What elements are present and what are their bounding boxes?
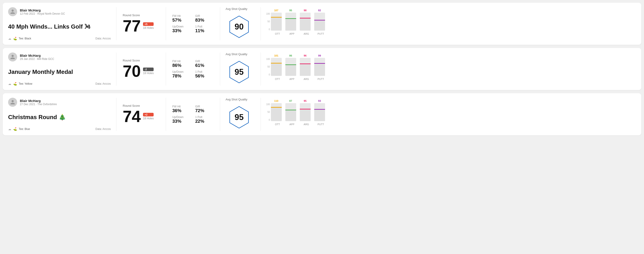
x-label-putt: PUTT [315,78,326,80]
x-label-putt: PUTT [315,32,326,35]
bar-line-putt [314,109,325,110]
bag-icon: ⛳ [13,82,17,86]
bar-group-app: 86 [285,58,296,76]
bar-fill-app [285,19,296,31]
bar-fill-putt [314,64,325,76]
bar-wrapper-putt [314,103,325,121]
holes-label: 18 Holes [143,72,154,75]
shot-quality-score: 95 [234,67,244,77]
chart-with-axis: 100500101869699 [266,58,631,76]
stat-updown-value: 33% [172,119,191,124]
avg-shot-quality-label: Avg Shot Quality [226,98,248,101]
hexagon-container: 90 [226,13,253,40]
stat-one-putt-value: 56% [195,73,214,79]
y-axis-label: 50 [266,66,270,68]
bar-group-ott: 101 [271,58,282,76]
bar-group-arg: 98 [300,13,310,31]
stat-one-putt-label: 1 Putt [195,70,214,73]
y-axis: 100500 [266,103,270,121]
chart-with-axis: 100500107959882 [266,13,631,31]
y-axis-label: 100 [266,103,270,106]
stat-gir-label: GIR [195,14,214,17]
bar-line-ott [271,17,282,17]
stat-fw-hit-label: FW Hit [172,60,191,63]
bar-value-app: 87 [290,100,292,102]
bar-fill-ott [271,108,282,121]
round-card: Blair McHarg12 Feb 2022 · Royal North De… [3,3,641,45]
user-meta: 12 Feb 2022 · Royal North Devon GC [20,12,65,15]
chart-section: 100500101869699OTTAPPARGPUTT [261,52,636,86]
stat-gir-label: GIR [195,105,214,108]
bar-value-arg: 98 [304,9,306,12]
bar-value-arg: 95 [304,100,306,102]
user-name: Blair McHarg [20,8,65,12]
quality-section: Avg Shot Quality 95 [220,98,261,131]
score-number: 77 [123,18,141,34]
bar-wrapper-putt [314,58,325,76]
weather-icon: ☁ [8,127,11,131]
avatar [8,52,17,61]
stat-fw-hit: FW Hit86% [172,60,191,68]
quality-section: Avg Shot Quality 90 [220,7,261,40]
holes-label: 18 Holes [143,117,154,120]
score-badge-group: +218 Holes [143,113,154,120]
score-number: 74 [123,108,141,125]
score-row: 70-218 Holes [123,63,160,79]
x-label-app: APP [286,123,297,126]
bar-wrapper-arg [300,103,310,121]
stat-one-putt-label: 1 Putt [195,116,214,119]
round-left-section: Blair McHarg12 Feb 2022 · Royal North De… [8,7,116,40]
bar-line-putt [314,63,325,64]
stat-gir: GIR61% [195,60,214,68]
score-badge-group: -218 Holes [143,68,154,75]
tee-info: ☁ ⛳ Tee: Yellow [8,82,32,86]
stat-gir: GIR72% [195,105,214,113]
x-label-app: APP [286,32,297,35]
user-text: Blair McHarg12 Feb 2022 · Royal North De… [20,8,65,15]
bar-wrapper-ott [271,58,282,76]
bar-fill-arg [300,110,310,121]
hexagon-container: 95 [226,104,253,131]
round-title: January Monthly Medal [8,68,111,75]
score-diff-badge: -2 [143,68,154,71]
stat-gir-value: 61% [195,63,214,68]
stat-updown-value: 78% [172,73,191,79]
tee-info: ☁ ⛳ Tee: Blue [8,127,30,131]
bar-chart-container: 100500107959882OTTAPPARGPUTT [266,13,631,35]
stat-updown: Up/Down33% [172,25,191,33]
bar-line-app [285,64,296,65]
bottom-info: ☁ ⛳ Tee: Blue Data: Arccos [8,127,111,131]
stat-gir-label: GIR [195,60,214,63]
stat-fw-hit-value: 57% [172,17,191,23]
round-score-label: Round Score [123,13,160,17]
stat-gir: GIR83% [195,14,214,23]
tee-label: Tee: Blue [19,127,30,130]
score-diff-badge: +2 [143,113,154,117]
stat-one-putt: 1 Putt11% [195,25,214,33]
bottom-info: ☁ ⛳ Tee: Yellow Data: Arccos [8,82,111,86]
x-label-putt: PUTT [315,123,326,126]
shot-quality-score: 90 [234,22,244,31]
stat-gir-value: 83% [195,17,214,23]
weather-icon: ☁ [8,37,11,40]
holes-label: 18 Holes [143,26,154,29]
score-row: 74+218 Holes [123,108,160,125]
stats-section: FW Hit36%GIR72%Up/Down33%1 Putt22% [166,98,220,131]
stats-grid: FW Hit86%GIR61%Up/Down78%1 Putt56% [172,60,214,79]
user-name: Blair McHarg [20,99,57,103]
tee-info: ☁ ⛳ Tee: Black [8,37,31,40]
stats-section: FW Hit86%GIR61%Up/Down78%1 Putt56% [166,52,220,86]
score-diff-badge: +5 [143,22,154,26]
stat-one-putt-label: 1 Putt [195,25,214,28]
bars-container: 107959882 [271,13,325,31]
x-label-arg: ARG [301,32,312,35]
bar-wrapper-app [285,13,296,31]
stat-one-putt: 1 Putt56% [195,70,214,79]
x-label-app: APP [286,78,297,80]
bar-fill-putt [314,20,325,31]
bottom-info: ☁ ⛳ Tee: Black Data: Arccos [8,37,111,40]
bar-line-ott [271,63,282,64]
data-source: Data: Arccos [96,127,111,130]
bar-fill-app [285,110,296,121]
x-label-arg: ARG [301,78,312,80]
